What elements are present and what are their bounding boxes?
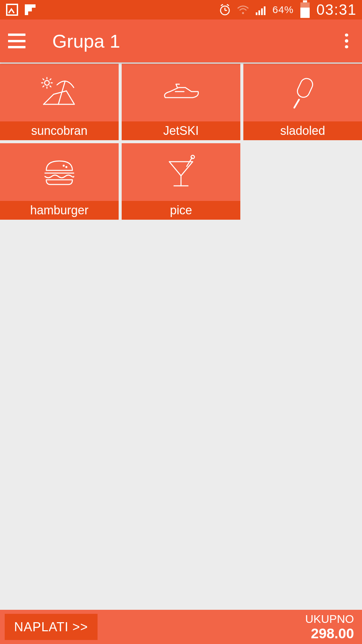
gallery-icon	[5, 3, 19, 16]
flipboard-icon	[23, 3, 37, 16]
svg-line-8	[227, 4, 229, 6]
tile-label: hamburger	[0, 201, 119, 220]
product-grid: suncobran JetSKI sladoled	[0, 62, 362, 610]
svg-point-17	[45, 80, 49, 85]
tile-jetski[interactable]: JetSKI	[122, 64, 240, 140]
charge-button[interactable]: NAPLATI >>	[5, 614, 98, 640]
tile-label: suncobran	[0, 121, 119, 140]
clock-text: 03:31	[316, 1, 357, 18]
cocktail-icon	[122, 143, 240, 201]
battery-percentage: 64%	[273, 4, 294, 15]
tile-pice[interactable]: pice	[122, 143, 240, 220]
overflow-menu-button[interactable]	[339, 34, 354, 48]
svg-line-28	[294, 100, 299, 108]
tile-hamburger[interactable]: hamburger	[0, 143, 119, 220]
svg-point-29	[63, 165, 64, 166]
svg-rect-3	[28, 8, 32, 11]
svg-line-7	[221, 4, 223, 6]
tile-sladoled[interactable]: sladoled	[243, 64, 362, 140]
svg-rect-15	[300, 8, 310, 18]
svg-point-30	[66, 167, 67, 168]
svg-point-34	[191, 155, 194, 159]
svg-rect-12	[261, 8, 263, 15]
total-label: UKUPNO	[305, 612, 354, 626]
svg-rect-13	[264, 6, 265, 15]
total-value: 298.00	[311, 626, 354, 642]
sunbed-icon	[0, 64, 119, 121]
svg-line-25	[50, 86, 51, 87]
tile-label: sladoled	[243, 121, 362, 140]
battery-icon	[298, 3, 312, 16]
tile-label: pice	[122, 201, 240, 220]
svg-rect-10	[256, 12, 257, 15]
app-bar: Grupa 1	[0, 19, 362, 62]
svg-rect-16	[303, 0, 307, 2]
total-block: UKUPNO 298.00	[305, 610, 354, 644]
menu-button[interactable]	[8, 34, 25, 48]
svg-line-22	[43, 79, 44, 80]
status-bar: 64% 03:31	[0, 0, 362, 19]
svg-line-24	[43, 86, 44, 87]
svg-point-9	[242, 12, 244, 14]
status-right-icons: 64% 03:31	[218, 1, 357, 18]
svg-rect-11	[258, 10, 260, 15]
wifi-icon	[236, 3, 250, 16]
tile-label: JetSKI	[122, 121, 240, 140]
tile-suncobran[interactable]: suncobran	[0, 64, 119, 140]
svg-line-23	[50, 79, 51, 80]
cell-signal-icon	[254, 3, 268, 16]
jetski-icon	[122, 64, 240, 121]
alarm-icon	[218, 3, 232, 16]
burger-icon	[0, 143, 119, 201]
page-title: Grupa 1	[52, 30, 339, 52]
svg-rect-27	[295, 76, 314, 99]
popsicle-icon	[243, 64, 362, 121]
status-left-icons	[5, 3, 37, 16]
footer-bar: NAPLATI >> UKUPNO 298.00	[0, 610, 362, 644]
